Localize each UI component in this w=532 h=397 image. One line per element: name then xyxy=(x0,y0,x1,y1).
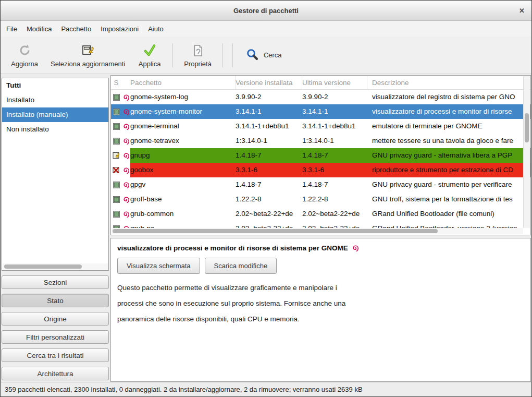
installed-version: 3.14.1-1 xyxy=(236,104,302,119)
table-horizontal-scrollbar[interactable] xyxy=(112,228,523,234)
latest-version: 3.14.1-1+deb8u1 xyxy=(302,119,367,134)
apply-checkmark-icon xyxy=(142,43,157,58)
table-row[interactable]: gpgv1.4.18-71.4.18-7GNU privacy guard - … xyxy=(111,177,530,192)
filter-sidebar: TuttiInstallatoInstallato (manuale)Non i… xyxy=(1,75,109,382)
package-status-icon xyxy=(111,163,121,177)
sidebar-button-architettura[interactable]: Architettura xyxy=(2,367,109,380)
latest-version: 3.9.90-2 xyxy=(302,90,367,104)
sidebar-button-filtri-personalizzati[interactable]: Filtri personalizzati xyxy=(2,330,109,344)
table-row[interactable]: gnupg1.4.18-71.4.18-7GNU privacy guard -… xyxy=(111,148,530,163)
package-description: GNU troff, sistema per la formattazione … xyxy=(367,192,530,207)
installed-version: 1.22.2-8 xyxy=(236,192,302,207)
details-button-scarica-modifiche[interactable]: Scarica modifiche xyxy=(205,258,277,274)
titlebar: Gestore di pacchetti ✕ xyxy=(1,1,531,21)
toolbar: AggiornaSeleziona aggiornamentiApplicaPr… xyxy=(1,37,531,74)
package-name: groff-base xyxy=(130,192,236,207)
latest-version: 1.22.2-8 xyxy=(302,192,367,207)
menu-impostazioni[interactable]: Impostazioni xyxy=(96,22,143,35)
installed-version: 1.4.18-7 xyxy=(236,148,302,163)
column-header-installed-version[interactable]: Versione installata xyxy=(236,76,302,89)
menubar: FileModificaPacchettoImpostazioniAiuto xyxy=(1,21,531,37)
menu-file[interactable]: File xyxy=(2,22,22,35)
search-button[interactable]: Cerca xyxy=(240,44,288,67)
search-icon xyxy=(246,48,259,63)
toolbar-button-label: Seleziona aggiornamenti xyxy=(51,60,125,68)
package-name: goobox xyxy=(130,163,236,177)
filter-item-installato-manuale[interactable]: Installato (manuale) xyxy=(2,107,108,122)
table-row[interactable]: groff-base1.22.2-81.22.2-8GNU troff, sis… xyxy=(111,192,530,207)
close-icon[interactable]: ✕ xyxy=(519,7,525,15)
mark-upgrades-icon xyxy=(81,43,95,58)
filter-item-installato[interactable]: Installato xyxy=(2,93,108,107)
toolbar-button-aggiorna[interactable]: Aggiorna xyxy=(5,41,44,70)
package-status-icon xyxy=(111,134,121,148)
scrollbar-thumb[interactable] xyxy=(525,113,529,142)
sidebar-button-sezioni[interactable]: Sezioni xyxy=(2,275,109,289)
menu-pacchetto[interactable]: Pacchetto xyxy=(56,22,96,35)
menu-aiuto[interactable]: Aiuto xyxy=(143,22,168,35)
scrollbar-thumb[interactable] xyxy=(113,229,438,233)
column-header-status[interactable]: S xyxy=(111,76,121,89)
debian-swirl-icon xyxy=(121,104,130,119)
details-button-visualizza-schermata[interactable]: Visualizza schermata xyxy=(117,258,200,274)
sidebar-button-stato[interactable]: Stato xyxy=(2,294,109,307)
package-description: GNU privacy guard - strumento per verifi… xyxy=(367,177,530,192)
latest-version: 1.4.18-7 xyxy=(302,148,367,163)
table-row[interactable]: gnome-tetravex1:3.14.0-11:3.14.0-1metter… xyxy=(111,134,530,148)
description-line: processi che sono in esecuzione sul prop… xyxy=(117,296,524,311)
sidebar-button-origine[interactable]: Origine xyxy=(2,312,109,326)
installed-version: 3.3.1-6 xyxy=(236,163,302,177)
filter-list-horizontal-scrollbar[interactable] xyxy=(3,263,108,270)
properties-document-icon xyxy=(191,43,205,58)
latest-version: 2.02~beta2-22+de xyxy=(302,207,367,221)
menu-modifica[interactable]: Modifica xyxy=(22,22,56,35)
latest-version: 3.3.1-6 xyxy=(302,163,367,177)
description-line: panoramica delle risorse disponibili, qu… xyxy=(117,311,524,327)
toolbar-separator xyxy=(172,43,173,67)
table-row[interactable]: gnome-system-log3.9.90-23.9.90-2visualiz… xyxy=(111,90,530,104)
toolbar-button-label: Proprietà xyxy=(184,60,212,68)
table-vertical-scrollbar[interactable] xyxy=(523,76,530,228)
toolbar-button-applica[interactable]: Applica xyxy=(131,41,168,70)
table-row[interactable]: goobox3.3.1-63.3.1-6riproduttore e strum… xyxy=(111,163,530,177)
filter-category-buttons: SezioniStatoOrigineFiltri personalizzati… xyxy=(2,275,109,380)
scrollbar-thumb[interactable] xyxy=(4,264,82,269)
package-name: grub-common xyxy=(130,207,236,221)
column-header-package[interactable]: Pacchetto xyxy=(130,76,236,89)
package-name: gnome-system-log xyxy=(130,90,236,104)
filter-item-non-installato[interactable]: Non installato xyxy=(2,122,108,137)
package-description: visualizzatore del registro di sistema p… xyxy=(367,90,530,104)
column-header-latest-version[interactable]: Ultima versione xyxy=(302,76,367,89)
table-row[interactable]: grub-common2.02~beta2-22+de2.02~beta2-22… xyxy=(111,207,530,221)
status-text: 359 pacchetti elencati, 2300 installati,… xyxy=(5,386,363,393)
package-name: gnome-terminal xyxy=(130,119,236,134)
package-details-panel: visualizzatore di processi e monitor di … xyxy=(110,238,531,382)
debian-swirl-icon xyxy=(352,245,358,251)
package-status-icon xyxy=(111,192,121,207)
debian-swirl-icon xyxy=(121,177,130,192)
package-name: gpgv xyxy=(130,177,236,192)
refresh-icon xyxy=(18,43,32,58)
debian-swirl-icon xyxy=(121,207,130,221)
package-panel: SPacchettoVersione installataUltima vers… xyxy=(110,75,531,382)
package-manager-window: Gestore di pacchetti ✕ FileModificaPacch… xyxy=(0,0,532,397)
filter-item-tutti[interactable]: Tutti xyxy=(2,78,108,93)
toolbar-button-seleziona-aggiornamenti[interactable]: Seleziona aggiornamenti xyxy=(44,41,131,70)
toolbar-button-propriet[interactable]: Proprietà xyxy=(178,41,218,70)
package-name: gnupg xyxy=(130,148,236,163)
column-header-description[interactable]: Descrizione xyxy=(367,76,530,89)
search-button-label: Cerca xyxy=(264,51,282,59)
debian-swirl-icon xyxy=(121,192,130,207)
package-description: GNU privacy guard - alternativa libera a… xyxy=(367,148,530,163)
sidebar-button-cerca-tra-i-risultati[interactable]: Cerca tra i risultati xyxy=(2,348,109,362)
package-status-icon xyxy=(111,90,121,104)
table-row[interactable]: gnome-system-monitor3.14.1-13.14.1-1visu… xyxy=(111,104,530,119)
package-status-icon xyxy=(111,148,121,163)
latest-version: 1.4.18-7 xyxy=(302,177,367,192)
debian-swirl-icon xyxy=(121,90,130,104)
installed-version: 1:3.14.0-1 xyxy=(236,134,302,148)
column-header-supported[interactable] xyxy=(121,76,130,89)
table-header[interactable]: SPacchettoVersione installataUltima vers… xyxy=(111,76,530,90)
table-row[interactable]: gnome-terminal3.14.1-1+deb8u13.14.1-1+de… xyxy=(111,119,530,134)
details-title: visualizzatore di processi e monitor di … xyxy=(117,244,524,252)
